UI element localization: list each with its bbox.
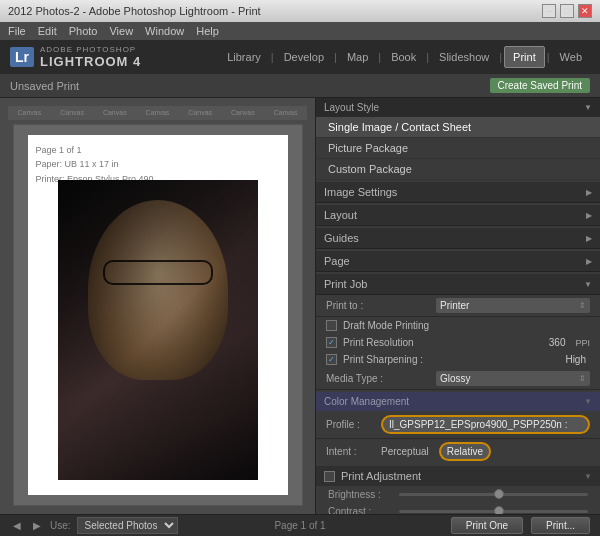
photo-preview [58,180,258,480]
ruler-marks: Canvas Canvas Canvas Canvas Canvas Canva… [8,109,307,116]
print-one-button[interactable]: Print One [451,517,523,534]
nav-back-button[interactable]: ◀ [10,519,24,532]
section-page[interactable]: Page ▶ [316,251,600,272]
app-name-label: LIGHTROOM 4 [40,54,141,69]
media-type-value[interactable]: Glossy ⇕ [436,371,590,386]
contrast-slider[interactable] [399,510,588,513]
print-adj-checkbox[interactable] [324,471,335,482]
color-mgmt-label: Color Management [324,396,409,407]
contrast-thumb[interactable] [494,506,504,514]
option-single-image[interactable]: Single Image / Contact Sheet [316,117,600,138]
status-bar: ◀ ▶ Use: Selected Photos Page 1 of 1 Pri… [0,514,600,536]
menu-window[interactable]: Window [145,25,184,37]
media-type-row: Media Type : Glossy ⇕ [316,368,600,390]
print-res-unit: PPI [575,338,590,348]
menu-edit[interactable]: Edit [38,25,57,37]
draft-mode-label: Draft Mode Printing [343,320,429,331]
status-left: ◀ ▶ Use: Selected Photos [10,517,178,534]
brightness-row: Brightness : [316,486,600,503]
draft-mode-row: Draft Mode Printing [316,317,600,334]
brightness-label: Brightness : [328,489,393,500]
brightness-slider[interactable] [399,493,588,496]
menu-file[interactable]: File [8,25,26,37]
contrast-label: Contrast : [328,506,393,514]
title-bar: 2012 Photos-2 - Adobe Photoshop Lightroo… [0,0,600,22]
print-job-label: Print Job [324,278,367,290]
close-button[interactable]: ✕ [578,4,592,18]
print-preview-area: Canvas Canvas Canvas Canvas Canvas Canva… [0,98,315,514]
tab-slideshow[interactable]: Slideshow [431,47,497,67]
nav-forward-button[interactable]: ▶ [30,519,44,532]
logo-text-block: ADOBE PHOTOSHOP LIGHTROOM 4 [40,45,141,69]
media-type-label: Media Type : [326,373,436,384]
layout-triangle: ▶ [586,211,592,220]
menu-photo[interactable]: Photo [69,25,98,37]
guides-label: Guides [324,232,359,244]
sharpening-label: Print Sharpening : [343,354,423,365]
page-label: Page [324,255,350,267]
print-res-label: Print Resolution [343,337,414,348]
page-count: Page 1 of 1 [274,520,325,531]
brightness-thumb[interactable] [494,489,504,499]
minimize-button[interactable]: – [542,4,556,18]
profile-text: Il_GPSPP12_EPSpro4900_PSPP250n : [389,419,567,430]
use-label: Use: [50,520,71,531]
page-number: Page 1 of 1 [36,143,162,157]
create-saved-button[interactable]: Create Saved Print [490,78,591,93]
section-image-settings[interactable]: Image Settings ▶ [316,182,600,203]
module-tabs: Library | Develop | Map | Book | Slidesh… [219,46,590,68]
layout-style-header[interactable]: Layout Style ▼ [316,98,600,117]
section-print-job[interactable]: Print Job ▼ [316,274,600,295]
sharpening-row: ✓ Print Sharpening : High [316,351,600,368]
menu-help[interactable]: Help [196,25,219,37]
profile-row: Profile : Il_GPSPP12_EPSpro4900_PSPP250n… [316,411,600,439]
intent-relative[interactable]: Relative [439,442,491,461]
tab-map[interactable]: Map [339,47,376,67]
print-to-value[interactable]: Printer ⇕ [436,298,590,313]
print-res-value: 360 [549,337,566,348]
option-custom-package[interactable]: Custom Package [316,159,600,180]
menu-view[interactable]: View [109,25,133,37]
intent-label: Intent : [326,446,381,457]
layout-style-label: Layout Style [324,102,379,113]
sharpening-checkbox[interactable]: ✓ [326,354,337,365]
app-logo: Lr ADOBE PHOTOSHOP LIGHTROOM 4 [10,45,141,69]
section-guides[interactable]: Guides ▶ [316,228,600,249]
print-res-row: ✓ Print Resolution 360 PPI [316,334,600,351]
tab-book[interactable]: Book [383,47,424,67]
intent-row: Intent : Perceptual Relative [316,439,600,464]
draft-mode-checkbox[interactable] [326,320,337,331]
use-select[interactable]: Selected Photos [77,517,178,534]
main-content: Canvas Canvas Canvas Canvas Canvas Canva… [0,98,600,514]
color-management-header[interactable]: Color Management ▼ [316,392,600,411]
print-res-checkbox[interactable]: ✓ [326,337,337,348]
print-toolbar: Unsaved Print Create Saved Print [0,74,600,98]
print-to-label: Print to : [326,300,436,311]
tab-print[interactable]: Print [504,46,545,68]
tab-develop[interactable]: Develop [276,47,332,67]
right-panel: Layout Style ▼ Single Image / Contact Sh… [315,98,600,514]
profile-label: Profile : [326,419,381,430]
window-controls[interactable]: – □ ✕ [542,4,592,18]
section-layout[interactable]: Layout ▶ [316,205,600,226]
paper-white: Page 1 of 1 Paper: UB 11 x 17 in Printer… [28,135,288,495]
paper-size: Paper: UB 11 x 17 in [36,157,162,171]
tab-library[interactable]: Library [219,47,269,67]
tab-web[interactable]: Web [552,47,590,67]
print-to-spin: ⇕ [579,301,586,310]
intent-perceptual[interactable]: Perceptual [381,446,429,457]
media-type-spin: ⇕ [579,374,586,383]
layout-label: Layout [324,209,357,221]
unsaved-label: Unsaved Print [10,80,79,92]
module-nav: Lr ADOBE PHOTOSHOP LIGHTROOM 4 Library |… [0,40,600,74]
option-picture-package[interactable]: Picture Package [316,138,600,159]
photo-shadow [58,180,258,480]
print-canvas: Page 1 of 1 Paper: UB 11 x 17 in Printer… [13,124,303,506]
profile-value[interactable]: Il_GPSPP12_EPSpro4900_PSPP250n : [381,415,590,434]
image-settings-triangle: ▶ [586,188,592,197]
maximize-button[interactable]: □ [560,4,574,18]
print-button[interactable]: Print... [531,517,590,534]
print-adjustment-header[interactable]: Print Adjustment ▼ [316,466,600,486]
layout-style-arrow: ▼ [584,103,592,112]
page-triangle: ▶ [586,257,592,266]
